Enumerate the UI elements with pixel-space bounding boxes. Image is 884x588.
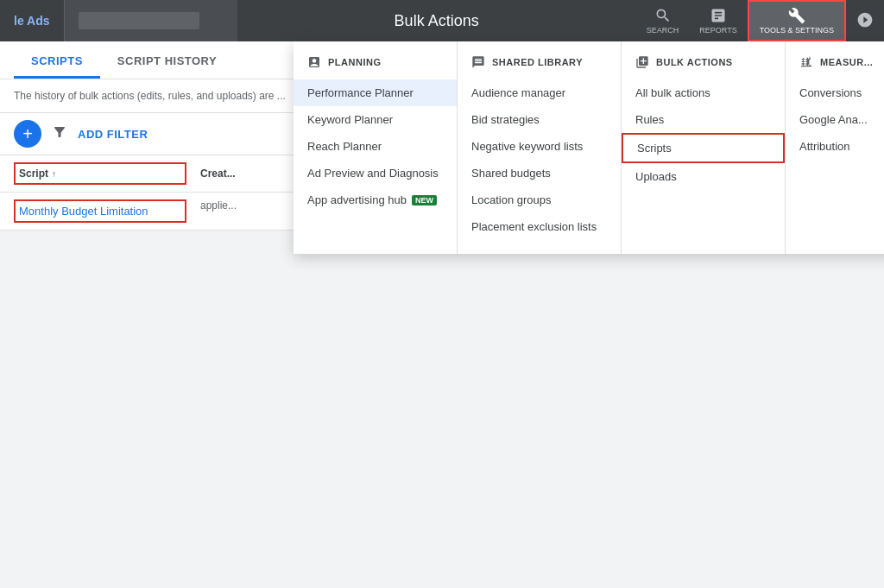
shared-lib-item-negative-keywords[interactable]: Negative keyword lists [458,133,621,160]
tab-scripts[interactable]: SCRIPTS [14,46,100,79]
search-nav-button[interactable]: SEARCH [636,0,690,41]
planning-item-keyword-planner[interactable]: Keyword Planner [294,106,457,133]
shared-library-column: SHARED LIBRARY Audience manager Bid stra… [458,41,622,254]
tab-script-history[interactable]: SCRIPT HISTORY [100,46,234,79]
planning-item-app-advertising[interactable]: App advertising hub NEW [294,187,457,213]
bulk-actions-item-scripts[interactable]: Scripts [622,133,785,163]
tools-dropdown-menu: PLANNING Performance Planner Keyword Pla… [294,41,884,254]
reports-nav-label: REPORTS [699,26,736,35]
planning-item-ad-preview[interactable]: Ad Preview and Diagnosis [294,160,457,187]
shared-lib-item-bid-strategies[interactable]: Bid strategies [458,106,621,133]
measurement-item-attribution[interactable]: Attribution [786,133,884,160]
page-title: Bulk Actions [237,12,636,30]
shared-lib-item-location-groups[interactable]: Location groups [458,187,621,213]
bulk-actions-item-all[interactable]: All bulk actions [622,79,785,106]
measurement-column: MEASUR... Conversions Google Ana... Attr… [786,41,884,254]
planning-header: PLANNING [294,55,457,79]
top-nav: le Ads Bulk Actions SEARCH REPORTS TOOLS… [0,0,884,41]
measurement-header: MEASUR... [786,55,884,79]
search-nav-label: SEARCH [647,26,679,35]
planning-column: PLANNING Performance Planner Keyword Pla… [294,41,458,254]
measurement-item-conversions[interactable]: Conversions [786,79,884,106]
script-cell: Monthly Budget Limitation [14,199,186,223]
app-logo: le Ads [0,0,65,41]
planning-item-reach-planner[interactable]: Reach Planner [294,133,457,160]
account-selector[interactable] [65,0,237,41]
tools-nav-button[interactable]: TOOLS & SETTINGS [748,0,846,41]
shared-library-header: SHARED LIBRARY [458,55,621,79]
reports-nav-button[interactable]: REPORTS [689,0,747,41]
filter-icon[interactable] [52,124,67,143]
nav-icons: SEARCH REPORTS TOOLS & SETTINGS [636,0,884,41]
shared-lib-item-shared-budgets[interactable]: Shared budgets [458,160,621,187]
new-badge: NEW [412,195,437,205]
tools-nav-label: TOOLS & SETTINGS [760,26,834,35]
column-header-script: Script ↑ [14,162,186,185]
shared-lib-item-audience-manager[interactable]: Audience manager [458,79,621,106]
shared-lib-item-placement-exclusion[interactable]: Placement exclusion lists [458,213,621,240]
add-filter-button[interactable]: ADD FILTER [78,128,148,141]
add-button[interactable]: + [14,120,41,148]
more-nav-button[interactable] [846,0,884,41]
bulk-actions-header: BULK ACTIONS [622,55,785,79]
bulk-actions-item-rules[interactable]: Rules [622,106,785,133]
page-background [0,231,884,588]
bulk-actions-column: BULK ACTIONS All bulk actions Rules Scri… [622,41,786,254]
planning-item-performance-planner[interactable]: Performance Planner [294,79,457,106]
bulk-actions-item-uploads[interactable]: Uploads [622,163,785,190]
script-link[interactable]: Monthly Budget Limitation [19,205,148,218]
measurement-item-google-analytics[interactable]: Google Ana... [786,106,884,133]
sort-arrow-icon: ↑ [52,169,56,179]
